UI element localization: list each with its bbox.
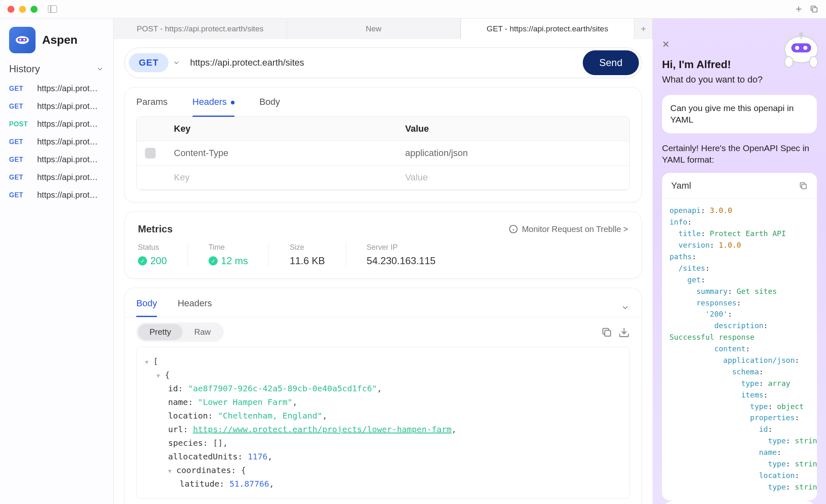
header-value-placeholder[interactable]: Value (397, 166, 629, 190)
request-tab-active[interactable]: GET - https://api.protect.earth/sites (460, 18, 634, 39)
header-key-placeholder[interactable]: Key (166, 166, 397, 190)
svg-point-4 (23, 39, 25, 41)
ai-reply: Certainly! Here's the OpenAPI Spec in YA… (653, 140, 826, 173)
ai-panel: ✕ Hi, I'm Alfred! What do you want to do… (653, 19, 826, 504)
monitor-link[interactable]: Monitor Request on Treblle > (509, 225, 628, 234)
history-header[interactable]: History (0, 61, 113, 80)
svg-point-3 (19, 39, 21, 41)
chevron-down-icon[interactable] (621, 102, 630, 111)
request-tab[interactable]: POST - https://api.protect.earth/sites (114, 19, 287, 39)
history-url: https://api.prot… (37, 137, 104, 147)
add-tab-button[interactable] (634, 19, 653, 39)
yaml-title: Yaml (671, 180, 691, 191)
svg-point-13 (785, 57, 793, 67)
chevron-down-icon (96, 65, 104, 73)
close-window[interactable] (7, 6, 14, 13)
history-method: GET (9, 192, 29, 199)
history-item[interactable]: POSThttps://api.prot… (0, 115, 113, 133)
request-tab[interactable]: New (287, 19, 460, 39)
tab-bar: POST - https://api.protect.earth/sites N… (114, 19, 653, 39)
history-url: https://api.prot… (37, 173, 104, 182)
history-item[interactable]: GEThttps://api.prot… (0, 80, 113, 97)
svg-point-11 (799, 32, 803, 36)
history-method: GET (9, 85, 29, 92)
close-icon[interactable]: ✕ (662, 39, 669, 50)
metrics-title: Metrics (138, 223, 173, 235)
headers-indicator-dot (231, 101, 235, 104)
svg-rect-6 (605, 330, 610, 336)
yaml-code[interactable]: openapi: 3.0.0 info: title: Protect Eart… (662, 199, 817, 500)
headers-table: Key Value Content-Type application/json (136, 116, 630, 190)
response-tab-body[interactable]: Body (136, 298, 157, 317)
user-message: Can you give me this openapi in YAML (662, 95, 817, 133)
method-selector[interactable]: GET (129, 53, 183, 72)
history-method: GET (9, 138, 29, 146)
header-key[interactable]: Content-Type (166, 141, 397, 166)
history-url: https://api.prot… (37, 190, 104, 200)
history-url: https://api.prot… (37, 119, 104, 129)
history-item[interactable]: GEThttps://api.prot… (0, 168, 113, 186)
svg-point-10 (803, 46, 807, 50)
duplicate-window-icon[interactable] (809, 5, 819, 14)
history-method: GET (9, 103, 29, 110)
traffic-lights (7, 6, 38, 13)
history-url: https://api.prot… (37, 155, 104, 164)
main-pane: POST - https://api.protect.earth/sites N… (114, 19, 653, 504)
response-tab-headers[interactable]: Headers (178, 298, 212, 317)
history-method: POST (9, 121, 29, 128)
method-badge: GET (129, 53, 169, 72)
metric-status: Status ✓200 (138, 243, 188, 267)
new-tab-icon[interactable] (794, 5, 803, 14)
header-value[interactable]: application/json (397, 141, 629, 166)
history-label: History (9, 63, 40, 75)
send-button[interactable]: Send (583, 50, 639, 75)
response-card: Body Headers Pretty Raw ▼[ ▼{ id: "ae8 (124, 288, 642, 504)
copy-icon[interactable] (601, 327, 612, 338)
view-mode-segment: Pretty Raw (136, 322, 224, 342)
request-tabs: Params Headers Body (125, 88, 641, 116)
metric-size: Size 11.6 KB (290, 243, 346, 267)
history-item[interactable]: GEThttps://api.prot… (0, 133, 113, 151)
response-json[interactable]: ▼[ ▼{ id: "ae8f7907-926c-42a5-89cb-0e40a… (136, 347, 630, 499)
svg-rect-0 (812, 7, 817, 12)
col-key: Key (166, 117, 397, 141)
history-method: GET (9, 174, 29, 181)
view-raw[interactable]: Raw (183, 324, 222, 340)
history-item[interactable]: GEThttps://api.prot… (0, 186, 113, 204)
maximize-window[interactable] (31, 6, 38, 13)
brand: Aspen (0, 19, 113, 61)
svg-point-14 (809, 57, 818, 67)
ai-input-row (662, 500, 817, 504)
copy-icon[interactable] (799, 181, 808, 190)
titlebar (0, 0, 826, 19)
metric-ip: Server IP 54.230.163.115 (367, 243, 456, 267)
url-input[interactable] (190, 57, 576, 68)
header-row-empty: Key Value (137, 166, 629, 190)
svg-rect-8 (791, 43, 811, 52)
request-url-row: GET Send (124, 47, 642, 78)
yaml-card: Yaml openapi: 3.0.0 info: title: Protect… (662, 173, 817, 500)
history-item[interactable]: GEThttps://api.prot… (0, 151, 113, 168)
minimize-window[interactable] (19, 6, 26, 13)
history-url: https://api.prot… (37, 84, 104, 93)
metric-time: Time ✓12 ms (209, 243, 269, 267)
col-value: Value (397, 117, 629, 141)
history-item[interactable]: GEThttps://api.prot… (0, 97, 113, 115)
view-pretty[interactable]: Pretty (138, 324, 183, 340)
metrics-card: Metrics Monitor Request on Treblle > Sta… (124, 211, 642, 279)
toggle-sidebar-icon[interactable] (48, 5, 57, 13)
svg-rect-15 (802, 185, 806, 189)
app-logo (9, 27, 36, 53)
tab-params[interactable]: Params (136, 97, 168, 116)
history-url: https://api.prot… (37, 102, 104, 111)
history-method: GET (9, 156, 29, 163)
ai-greeting-sub: What do you want to do? (653, 73, 826, 95)
header-enabled-checkbox[interactable] (145, 148, 156, 159)
download-icon[interactable] (618, 327, 630, 338)
tab-headers[interactable]: Headers (192, 97, 235, 116)
app-name: Aspen (42, 33, 78, 47)
svg-point-9 (795, 46, 799, 50)
chevron-down-icon[interactable] (621, 303, 630, 312)
tab-body[interactable]: Body (259, 97, 280, 116)
svg-rect-2 (18, 38, 27, 41)
